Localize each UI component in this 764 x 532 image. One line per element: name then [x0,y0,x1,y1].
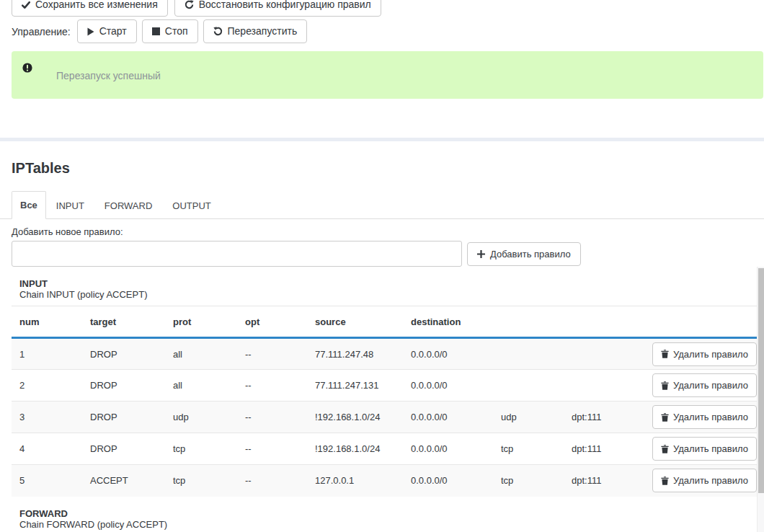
table-row: 3 DROP udp -- !192.168.1.0/24 0.0.0.0/0 … [12,402,757,433]
delete-rule-button[interactable]: Удалить правило [652,405,757,429]
restore-config-label: Восстановить конфигурацию правил [199,0,371,10]
col-source: source [307,306,403,338]
cell-source: !192.168.1.0/24 [307,433,403,465]
cell-extra-port: dpt:111 [564,402,644,433]
cell-target: ACCEPT [82,465,165,497]
restart-button[interactable]: Перезапустить [203,19,308,43]
trash-icon [661,476,669,485]
alert-message: Перезапуск успешный [56,70,161,81]
cell-opt: -- [237,465,307,497]
delete-rule-label: Удалить правило [673,380,748,391]
tab-output[interactable]: OUTPUT [162,192,221,219]
cell-extra-port: dpt:111 [564,433,644,465]
start-label: Старт [99,26,127,37]
col-extra-port [564,306,644,338]
tab-forward[interactable]: FORWARD [94,192,162,219]
col-opt: opt [237,306,307,338]
tab-all[interactable]: Все [12,191,46,219]
delete-rule-button[interactable]: Удалить правило [652,469,757,492]
delete-rule-label: Удалить правило [673,412,748,422]
cell-num: 1 [12,338,82,370]
cell-opt: -- [237,338,307,370]
add-rule-button[interactable]: Добавить правило [467,242,581,266]
add-rule-label: Добавить новое правило: [12,226,752,237]
table-row: 2 DROP all -- 77.111.247.131 0.0.0.0/0 У… [12,370,757,402]
cell-source: 77.111.247.131 [307,370,403,402]
save-all-changes-button[interactable]: Сохранить все изменения [12,0,168,17]
forward-chain-subtitle: Chain FORWARD (policy ACCEPT) [19,519,764,530]
table-row: 5 ACCEPT tcp -- 127.0.0.1 0.0.0.0/0 tcp … [12,465,757,497]
input-chain-table: num target prot opt source destination 1… [12,306,757,497]
cell-opt: -- [237,370,307,402]
trash-icon [661,445,669,453]
cell-prot: udp [165,402,237,433]
cell-destination: 0.0.0.0/0 [403,370,493,402]
exclamation-circle-icon [22,63,32,76]
cell-num: 5 [12,465,82,497]
cell-extra-prot [493,370,564,402]
add-rule-button-label: Добавить правило [490,249,571,260]
restart-label: Перезапустить [228,26,298,37]
scrollbar-thumb[interactable] [758,268,764,493]
section-divider [0,138,764,141]
toolbar-save-restore: Сохранить все изменения Восстановить кон… [12,0,764,17]
check-icon [22,1,30,9]
rules-scroll-area: INPUT Chain INPUT (policy ACCEPT) num ta… [0,267,764,532]
cell-opt: -- [237,402,307,433]
cell-prot: all [165,370,237,402]
cell-num: 2 [12,370,82,402]
cell-source: 77.111.247.48 [307,338,403,370]
input-chain-title: INPUT [19,278,764,289]
start-button[interactable]: Старт [77,19,137,43]
cell-prot: tcp [165,465,237,497]
cell-num: 4 [12,433,82,465]
save-all-changes-label: Сохранить все изменения [35,0,158,10]
cell-target: DROP [82,338,165,370]
cell-extra-prot: tcp [493,465,564,497]
chain-tabs: Все INPUT FORWARD OUTPUT [0,191,764,219]
col-target: target [82,306,165,338]
cell-prot: all [165,338,237,370]
plus-icon [477,250,485,258]
play-icon [87,27,94,36]
iptables-admin-page: Сохранить все изменения Восстановить кон… [0,0,764,532]
page-title: IPTables [12,160,764,177]
undo-icon [213,27,223,36]
cell-source: !192.168.1.0/24 [307,402,403,433]
stop-label: Стоп [165,26,188,37]
cell-prot: tcp [165,433,237,465]
stop-button[interactable]: Стоп [142,19,198,43]
cell-target: DROP [82,433,165,465]
cell-extra-port [564,338,644,370]
success-alert: Перезапуск успешный [12,51,763,99]
stop-icon [152,27,160,35]
cell-target: DROP [82,370,165,402]
trash-icon [661,350,669,358]
delete-rule-label: Удалить правило [673,475,748,486]
cell-opt: -- [237,433,307,465]
delete-rule-button[interactable]: Удалить правило [652,342,757,366]
cell-num: 3 [12,402,82,433]
new-rule-input[interactable] [12,241,462,267]
input-chain-subtitle: Chain INPUT (policy ACCEPT) [19,289,764,300]
col-extra-prot [493,306,564,338]
cell-destination: 0.0.0.0/0 [403,402,493,433]
cell-extra-prot: udp [493,402,564,433]
cell-destination: 0.0.0.0/0 [403,338,493,370]
col-actions [644,306,757,338]
tab-input[interactable]: INPUT [46,192,94,219]
cell-destination: 0.0.0.0/0 [403,433,493,465]
col-prot: prot [165,306,237,338]
vertical-scrollbar[interactable] [757,267,764,532]
cell-extra-port: dpt:111 [564,465,644,497]
delete-rule-button[interactable]: Удалить правило [652,437,757,461]
table-row: 4 DROP tcp -- !192.168.1.0/24 0.0.0.0/0 … [12,433,757,465]
restore-config-button[interactable]: Восстановить конфигурацию правил [174,0,381,17]
cell-destination: 0.0.0.0/0 [403,465,493,497]
cell-extra-port [564,370,644,402]
delete-rule-label: Удалить правило [673,349,748,360]
delete-rule-button[interactable]: Удалить правило [652,373,757,397]
trash-icon [661,381,669,390]
table-row: 1 DROP all -- 77.111.247.48 0.0.0.0/0 Уд… [12,338,757,370]
table-header-row: num target prot opt source destination [12,306,757,338]
